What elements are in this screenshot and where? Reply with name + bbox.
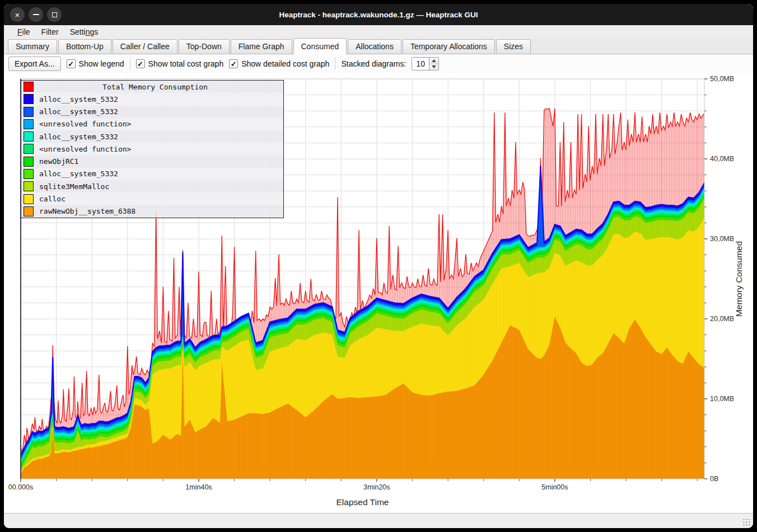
title-bar: × Heaptrack - heaptrack.wakunode.1.gz — …	[4, 4, 753, 25]
legend-swatch-icon	[24, 194, 34, 204]
checkmark-icon: ✓	[136, 59, 145, 68]
legend-label: sqlite3MemMalloc	[39, 182, 109, 191]
legend-swatch-icon	[24, 94, 34, 104]
legend-label: calloc	[39, 195, 66, 203]
legend-item-alloc-system-5332: alloc__system_5332	[21, 168, 283, 180]
svg-text:50,0MB: 50,0MB	[710, 75, 734, 83]
legend-swatch-icon	[24, 82, 34, 92]
tab-bottom-up[interactable]: Bottom-Up	[58, 39, 111, 54]
legend-swatch-icon	[24, 206, 34, 216]
legend-label: newObjRC1	[39, 157, 78, 166]
svg-text:1min40s: 1min40s	[185, 483, 212, 491]
checkbox-label: Show detailed cost graph	[241, 59, 329, 68]
legend-label: alloc__system_5332	[39, 107, 118, 116]
export-as-button[interactable]: Export As...	[8, 57, 61, 71]
svg-text:00.000s: 00.000s	[8, 483, 33, 491]
legend-item-alloc-system-5332: alloc__system_5332	[21, 130, 283, 143]
legend-item-rawnewobj-system-6388: rawNewObj__system_6388	[21, 205, 283, 218]
checkmark-icon: ✓	[229, 59, 238, 68]
toolbar-separator	[335, 58, 335, 70]
toolbar: Export As... ✓Show legend✓Show total cos…	[4, 54, 753, 73]
svg-text:5min00s: 5min00s	[541, 483, 568, 491]
menu-bar: FileFilterSettings	[4, 25, 753, 39]
tab-caller-callee[interactable]: Caller / Callee	[113, 39, 177, 54]
svg-text:10,0MB: 10,0MB	[710, 395, 734, 403]
legend-item-total-memory-consumption: Total Memory Consumption	[21, 81, 283, 93]
tab-temporary-allocations[interactable]: Temporary Allocations	[403, 39, 495, 54]
chart-legend: Total Memory Consumptionalloc__system_53…	[21, 80, 284, 218]
window-title: Heaptrack - heaptrack.wakunode.1.gz — He…	[4, 11, 753, 19]
stacked-diagrams-label: Stacked diagrams:	[341, 59, 406, 68]
minimize-icon	[33, 14, 39, 15]
menu-file[interactable]: File	[12, 26, 36, 37]
legend-item-newobjrc1: newObjRC1	[21, 156, 283, 168]
spinner-arrows	[429, 58, 438, 70]
spinner-value[interactable]: 10	[412, 58, 429, 70]
svg-text:40,0MB: 40,0MB	[710, 155, 734, 163]
legend-item-calloc: calloc	[21, 192, 283, 205]
tab-top-down[interactable]: Top-Down	[179, 39, 230, 54]
tab-summary[interactable]: Summary	[8, 39, 57, 54]
toolbar-separator	[130, 58, 130, 70]
legend-swatch-icon	[24, 144, 34, 154]
legend-label: <unresolved function>	[39, 120, 131, 128]
checkbox-show-legend[interactable]: ✓Show legend	[67, 59, 124, 68]
legend-swatch-icon	[24, 107, 34, 117]
tab-sizes[interactable]: Sizes	[496, 39, 531, 54]
checkbox-show-detailed-cost-graph[interactable]: ✓Show detailed cost graph	[229, 59, 329, 68]
minimize-button[interactable]	[29, 7, 43, 22]
maximize-icon	[52, 12, 57, 17]
svg-text:30,0MB: 30,0MB	[710, 235, 734, 243]
svg-text:20,0MB: 20,0MB	[710, 315, 734, 323]
x-axis-title: Elapsed Time	[337, 497, 389, 507]
checkbox-label: Show legend	[79, 59, 124, 68]
checkbox-show-total-cost-graph[interactable]: ✓Show total cost graph	[136, 59, 224, 68]
menu-settings[interactable]: Settings	[64, 26, 104, 37]
svg-text:0B: 0B	[710, 475, 718, 483]
tab-allocations[interactable]: Allocations	[348, 39, 401, 54]
legend-item-sqlite3memmalloc: sqlite3MemMalloc	[21, 180, 283, 192]
svg-text:3min20s: 3min20s	[363, 483, 390, 491]
checkbox-label: Show total cost graph	[148, 59, 224, 68]
legend-item-unresolved-function: <unresolved function>	[21, 143, 283, 155]
stacked-diagrams-spinner[interactable]: 10	[412, 57, 439, 70]
chevron-up-icon	[432, 59, 436, 62]
checkmark-icon: ✓	[67, 59, 76, 68]
legend-label: <unresolved function>	[39, 145, 131, 153]
legend-item-alloc-system-5332: alloc__system_5332	[21, 93, 283, 105]
legend-label: alloc__system_5332	[39, 95, 118, 103]
app-window: × Heaptrack - heaptrack.wakunode.1.gz — …	[4, 4, 753, 528]
spinner-up-button[interactable]	[429, 58, 438, 64]
legend-label: alloc__system_5332	[39, 133, 118, 141]
close-icon: ×	[15, 10, 20, 20]
legend-label: alloc__system_5332	[39, 170, 118, 178]
tab-flame-graph[interactable]: Flame Graph	[231, 39, 292, 54]
spinner-down-button[interactable]	[429, 64, 438, 70]
legend-label: Total Memory Consumption	[39, 83, 271, 91]
legend-swatch-icon	[24, 157, 34, 167]
legend-swatch-icon	[24, 131, 34, 142]
tab-bar: SummaryBottom-UpCaller / CalleeTop-DownF…	[4, 39, 753, 54]
tab-consumed[interactable]: Consumed	[293, 38, 347, 54]
menu-filter[interactable]: Filter	[36, 26, 64, 37]
legend-label: rawNewObj__system_6388	[39, 207, 135, 215]
legend-swatch-icon	[24, 169, 34, 179]
close-button[interactable]: ×	[10, 7, 25, 22]
chart-area: 00.000s1min40s3min20s5min00s0B10,0MB20,0…	[4, 73, 753, 513]
legend-item-alloc-system-5332: alloc__system_5332	[21, 106, 283, 118]
legend-swatch-icon	[24, 181, 34, 191]
legend-swatch-icon	[24, 119, 34, 129]
maximize-button[interactable]	[47, 7, 62, 22]
resize-grip-icon[interactable]	[742, 519, 751, 526]
legend-item-unresolved-function: <unresolved function>	[21, 118, 283, 130]
y-axis-title: Memory Consumed	[734, 241, 744, 317]
window-controls: ×	[10, 4, 62, 25]
status-bar	[4, 513, 753, 528]
chevron-down-icon	[432, 65, 436, 68]
